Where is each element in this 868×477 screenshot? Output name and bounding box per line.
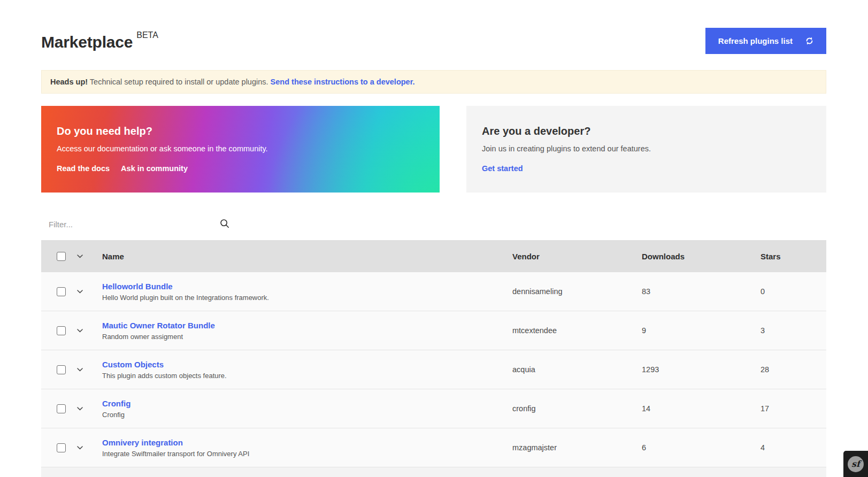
select-all-checkbox[interactable] [57, 252, 66, 261]
plugin-downloads: 83 [642, 287, 761, 296]
chevron-down-icon[interactable] [66, 368, 94, 372]
plugin-name-link[interactable]: Custom Objects [102, 360, 164, 369]
search-icon-button[interactable] [218, 217, 232, 232]
table-row: Omnivery integration Integrate Swiftmail… [41, 428, 826, 467]
chevron-down-icon[interactable] [66, 329, 94, 333]
search-icon [220, 219, 229, 230]
filter-row [41, 214, 826, 234]
plugins-table: Name Vendor Downloads Stars Helloworld B… [41, 240, 826, 477]
plugin-description: Hello World plugin built on the Integrat… [102, 294, 512, 302]
read-the-docs-link[interactable]: Read the docs [57, 164, 110, 173]
row-checkbox[interactable] [57, 443, 66, 452]
header-chevron-down-icon[interactable] [66, 255, 94, 258]
column-header-vendor: Vendor [512, 252, 642, 261]
page-header: MarketplaceBETA Refresh plugins list [41, 0, 826, 54]
table-row: Helloworld Bundle Hello World plugin bui… [41, 272, 826, 311]
table-row: Mautic Owner Rotator Bundle Random owner… [41, 311, 826, 350]
plugin-stars: 17 [761, 404, 826, 413]
row-checkbox[interactable] [57, 404, 66, 413]
column-header-downloads: Downloads [642, 252, 761, 261]
page-title: MarketplaceBETA [41, 30, 158, 51]
plugin-vendor: mtcextendee [512, 326, 642, 335]
symfony-profiler-toggle[interactable]: sf [843, 451, 868, 477]
plugins-table-header: Name Vendor Downloads Stars [41, 240, 826, 272]
row-checkbox[interactable] [57, 326, 66, 335]
beta-badge: BETA [136, 30, 158, 40]
help-card-description: Access our documentation or ask someone … [57, 144, 424, 153]
plugin-stars: 28 [761, 365, 826, 374]
chevron-down-icon[interactable] [66, 446, 94, 450]
filter-input[interactable] [41, 220, 170, 229]
ask-in-community-link[interactable]: Ask in community [121, 164, 188, 173]
alert-message: Technical setup required to install or u… [88, 78, 271, 86]
table-row: Custom Objects This plugin adds custom o… [41, 350, 826, 389]
refresh-plugins-button-label: Refresh plugins list [718, 36, 793, 45]
plugin-name-link[interactable]: Mautic Owner Rotator Bundle [102, 321, 215, 330]
plugin-description: This plugin adds custom objects feature. [102, 372, 512, 380]
plugin-description: Random owner assigment [102, 333, 512, 341]
column-header-stars: Stars [761, 252, 826, 261]
row-checkbox[interactable] [57, 287, 66, 296]
plugin-downloads: 14 [642, 404, 761, 413]
table-row: Cronfig Cronfig cronfig 14 17 [41, 389, 826, 428]
refresh-icon [804, 36, 815, 46]
plugin-downloads: 1293 [642, 365, 761, 374]
plugin-vendor: dennisameling [512, 287, 642, 296]
plugin-name-link[interactable]: Omnivery integration [102, 438, 183, 447]
marketplace-page: MarketplaceBETA Refresh plugins list Hea… [41, 0, 826, 477]
table-row-partial [41, 467, 826, 477]
row-checkbox[interactable] [57, 365, 66, 374]
chevron-down-icon[interactable] [66, 407, 94, 411]
symfony-logo-icon: sf [848, 456, 864, 472]
developer-card-title: Are you a developer? [482, 125, 810, 137]
plugin-stars: 3 [761, 326, 826, 335]
refresh-plugins-button[interactable]: Refresh plugins list [705, 28, 826, 54]
plugin-downloads: 6 [642, 443, 761, 452]
column-header-name: Name [94, 252, 512, 261]
help-card-title: Do you need help? [57, 125, 424, 137]
plugin-vendor: acquia [512, 365, 642, 374]
plugin-name-link[interactable]: Cronfig [102, 399, 130, 408]
plugin-stars: 0 [761, 287, 826, 296]
chevron-down-icon[interactable] [66, 290, 94, 294]
send-instructions-link[interactable]: Send these instructions to a developer. [271, 78, 415, 86]
plugin-description: Integrate Swiftmailer transport for Omni… [102, 450, 512, 458]
help-card-links: Read the docs Ask in community [57, 164, 424, 173]
developer-card-description: Join us in creating plugins to extend ou… [482, 144, 810, 153]
plugin-vendor: mzagmajster [512, 443, 642, 452]
help-card: Do you need help? Access our documentati… [41, 106, 440, 193]
page-title-text: Marketplace [41, 33, 133, 51]
plugin-description: Cronfig [102, 411, 512, 419]
plugin-vendor: cronfig [512, 404, 642, 413]
setup-alert: Heads up! Technical setup required to in… [41, 70, 826, 94]
developer-card: Are you a developer? Join us in creating… [466, 106, 826, 193]
plugin-name-link[interactable]: Helloworld Bundle [102, 282, 173, 291]
get-started-link[interactable]: Get started [482, 164, 523, 173]
plugin-stars: 4 [761, 443, 826, 452]
alert-lead: Heads up! [50, 78, 88, 86]
plugin-downloads: 9 [642, 326, 761, 335]
info-cards: Do you need help? Access our documentati… [41, 106, 826, 193]
